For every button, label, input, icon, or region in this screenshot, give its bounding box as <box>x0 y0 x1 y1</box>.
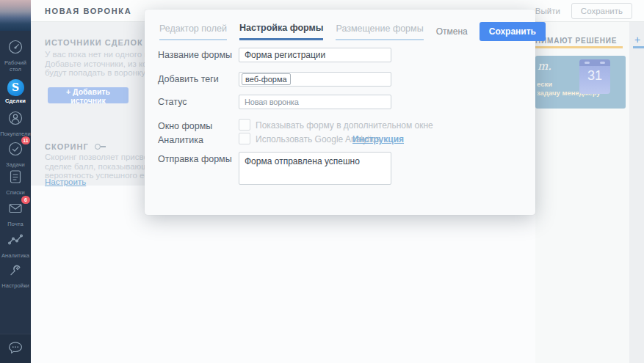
submit-message-label: Отправка формы <box>158 154 232 164</box>
scoring-title: СКОРИНГ <box>45 142 89 151</box>
sidebar-item-analytics[interactable]: Аналитика <box>0 231 31 260</box>
card-script-text: m. <box>538 59 551 73</box>
window-label: Окно формы <box>158 121 212 131</box>
dashboard-icon <box>7 38 24 56</box>
logout-button[interactable]: Выйти <box>535 7 560 15</box>
sidebar-item-lists[interactable]: Списки <box>0 168 31 197</box>
add-source-button[interactable]: + Добавить источник <box>48 87 129 103</box>
tags-label: Добавить теги <box>158 74 219 84</box>
sidebar-item-deals[interactable]: S Сделки <box>0 79 31 105</box>
mail-badge: 6 <box>21 196 30 204</box>
kanban-column-title: НИМАЮТ РЕШЕНИЕ <box>535 37 617 45</box>
add-column-underline <box>633 46 644 48</box>
scoring-settings-link[interactable]: Настроить <box>45 177 86 186</box>
kanban-column-underline <box>535 46 623 48</box>
sidebar-item-dashboard[interactable]: Рабочий стол <box>0 38 31 73</box>
analytics-icon <box>7 231 24 249</box>
lists-icon <box>7 168 24 186</box>
topbar-save-button[interactable]: Сохранить <box>571 3 632 19</box>
sidebar-item-mail[interactable]: 6 Почта <box>0 199 31 228</box>
app-window: ИСТОЧНИКИ СДЕЛОК У вас пока нет ни одног… <box>0 0 644 363</box>
form-name-input[interactable] <box>239 48 391 62</box>
sidebar-item-settings[interactable]: Настройки <box>0 261 31 290</box>
tab-form-settings[interactable]: Настройка формы <box>239 23 324 40</box>
tags-input[interactable]: веб-форма <box>239 72 391 87</box>
instruction-link[interactable]: Инструкция <box>352 134 404 144</box>
chat-icon[interactable] <box>6 338 25 360</box>
sidebar-chat-section <box>0 334 31 363</box>
settings-icon <box>7 261 24 279</box>
sidebar: Рабочий стол S Сделки Покупатели 11 Зада… <box>0 0 31 363</box>
add-column-button[interactable]: + <box>634 34 640 45</box>
sources-description: У вас пока нет ни одного источ Добавьте … <box>45 50 145 78</box>
tab-form-placement[interactable]: Размещение формы <box>336 23 423 40</box>
card-text-line1: ески <box>537 80 552 88</box>
sidebar-item-buyers[interactable]: Покупатели <box>0 109 31 138</box>
scoring-description: Скоринг позволяет присвоить сделке балл,… <box>45 153 145 180</box>
submit-message-textarea[interactable]: Форма отправлена успешно <box>239 152 391 185</box>
modal-save-button[interactable]: Сохранить <box>480 22 546 41</box>
deals-icon: S <box>7 79 24 97</box>
status-label: Статус <box>158 97 187 107</box>
account-avatar[interactable] <box>0 0 31 31</box>
scoring-header: СКОРИНГ <box>45 142 106 151</box>
tasks-badge: 11 <box>21 136 30 144</box>
tasks-icon: 11 <box>7 140 24 158</box>
mail-icon: 6 <box>7 199 24 217</box>
form-settings-modal: Редактор полей Настройка формы Размещени… <box>145 10 535 215</box>
analytics-label: Аналитика <box>158 135 203 145</box>
kanban-demo-card[interactable]: m. ески задачу менеджеру 31 <box>535 56 626 109</box>
cancel-button[interactable]: Отмена <box>436 26 468 37</box>
calendar-day: 31 <box>579 68 610 84</box>
window-checkbox[interactable] <box>239 119 250 131</box>
analytics-checkbox[interactable] <box>239 133 250 144</box>
modal-tab-bar: Редактор полей Настройка формы Размещени… <box>145 10 535 43</box>
calendar-icon: 31 <box>579 59 610 94</box>
form-name-label: Название формы <box>158 50 232 60</box>
buyers-icon <box>7 109 24 127</box>
tag-chip[interactable]: веб-форма <box>242 73 291 85</box>
scoring-toggle[interactable] <box>95 144 106 150</box>
window-checkbox-label[interactable]: Показывать форму в дополнительном окне <box>256 120 433 131</box>
status-input[interactable] <box>239 95 391 109</box>
sources-title: ИСТОЧНИКИ СДЕЛОК <box>45 38 143 47</box>
sidebar-item-tasks[interactable]: 11 Задачи <box>0 140 31 169</box>
tab-field-editor[interactable]: Редактор полей <box>159 23 227 40</box>
kanban-next-column <box>629 22 644 363</box>
page-title: НОВАЯ ВОРОНКА <box>45 7 131 15</box>
